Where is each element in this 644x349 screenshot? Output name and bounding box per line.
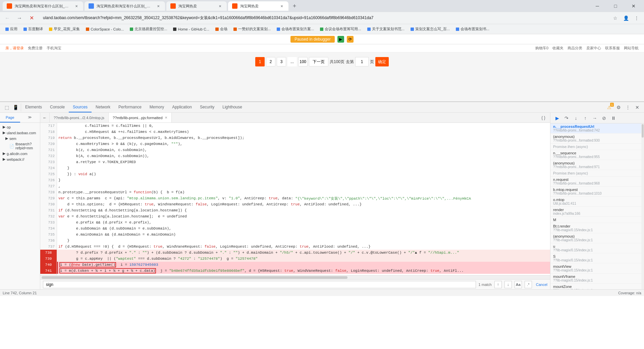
search-prev-button[interactable]: ↑ (494, 281, 502, 288)
maximize-button[interactable]: □ (608, 1, 623, 11)
bookmark-beijing[interactable]: 北京德易量控贸控... (127, 26, 170, 32)
call-stack-item-17[interactable]: mountZone ??lib-magix/0.15/index.js:1 (550, 284, 641, 289)
tree-item-op[interactable]: ▶ op (0, 124, 40, 130)
tab-close-2[interactable]: ✕ (156, 3, 161, 9)
step-out-button[interactable]: ↑ (581, 114, 589, 122)
pause-exceptions-button[interactable]: ⏸ (609, 114, 618, 122)
call-stack-item-15[interactable]: mountView ??lib-magix/0.15/index.js:1 (550, 263, 641, 273)
bookmark-huichang[interactable]: 会场 (213, 26, 230, 32)
tab-performance[interactable]: Performance (114, 102, 146, 112)
page-2-button[interactable]: 2 (266, 57, 275, 66)
bookmark-translate[interactable]: 百度翻译 (21, 26, 46, 32)
page-input[interactable] (355, 57, 369, 66)
tab-security[interactable]: Security (196, 102, 218, 112)
call-stack-item-9[interactable]: render index.js?a99a:166 (550, 207, 641, 217)
call-stack-item-10[interactable]: M (550, 217, 641, 223)
inspect-element-button[interactable]: ⬚ (3, 103, 11, 111)
forward-button[interactable]: → (15, 13, 24, 23)
bookmark-huichang2[interactable]: 会场布置策划方案... (274, 26, 317, 32)
regex-button[interactable]: .* (525, 281, 532, 288)
page-1-button[interactable]: 1 (255, 57, 265, 66)
bookmark-huichang3[interactable]: 会场布置策划书... (453, 26, 492, 32)
tree-item-sem[interactable]: ▶ sem (0, 136, 40, 141)
code-editor[interactable]: 717 718 719 720 721 722 723 724 725 726 … (40, 123, 550, 279)
search-input[interactable] (43, 281, 476, 288)
warning-icon[interactable]: ⚠ 1 (605, 103, 613, 111)
tab-memory[interactable]: Memory (146, 102, 168, 112)
call-stack-item-0[interactable]: n.__processRequestUrl ??mtb/lib-promi...… (550, 123, 641, 134)
call-stack-item-3[interactable]: n.__sequence ??mtb/lib-promi...formatted… (550, 150, 641, 160)
file-tab-close-2[interactable]: ✕ (165, 116, 167, 119)
tab-elements[interactable]: Elements (21, 102, 46, 112)
call-stack-item-12[interactable]: (anonymous) ??lib-magix/0.15/index.js:1 (550, 233, 641, 243)
call-stack-item-11[interactable]: Bt.t.render ??lib-magix/0.15/index.js:1 (550, 223, 641, 233)
next-page-button[interactable]: 下一页 (309, 57, 328, 66)
call-stack-item-8[interactable]: o.mtop Util.js:da31:411 (550, 197, 641, 207)
call-stack-item-4[interactable]: (anonymous) ??mtb/lib-promi...formatted:… (550, 160, 641, 170)
step-button[interactable]: → (591, 114, 599, 122)
tree-item-uland[interactable]: ▶ uland.taobao.com (0, 130, 40, 136)
new-tab-button[interactable]: + (290, 1, 299, 11)
tab-lighthouse[interactable]: Lighthouse (218, 102, 246, 112)
pause-resume-button[interactable]: ▶ (553, 114, 561, 122)
back-navigation-button[interactable]: ← (40, 113, 50, 123)
tree-item-tbsearch[interactable]: 📄 tbsearch?refpid=mm (0, 141, 40, 151)
device-mode-button[interactable]: 📱 (11, 103, 19, 111)
call-stack-item-6[interactable]: n.request ??mtb/lib-promi...formatted:96… (550, 177, 641, 187)
bookmark-colorspace[interactable]: ColorSpace - Colo... (83, 27, 126, 32)
call-stack-item-2[interactable]: Promise.then (async) (550, 144, 641, 150)
format-button[interactable]: { } (539, 114, 547, 122)
call-stack-item-7[interactable]: b.mtop.request ??mtb/lib-promi...formatt… (550, 187, 641, 197)
bookmark-apps[interactable]: 应用 (3, 26, 20, 32)
tree-item-galidu[interactable]: ▶ g.alicdn.com (0, 151, 40, 156)
tab-console[interactable]: Console (46, 102, 69, 112)
minimize-button[interactable]: ─ (590, 1, 605, 11)
bookmark-yizan[interactable]: 一赞好的文案策划... (231, 26, 273, 32)
bookmark-zaoan[interactable]: 早安_花剪_采集 (46, 26, 83, 32)
tab-close-3[interactable]: ✕ (217, 3, 223, 9)
mobile-link[interactable]: 手机淘宝 (47, 46, 61, 51)
file-tab-mtb2[interactable]: ??mtb/lib-promi...pjs:formatted ✕ (109, 113, 172, 122)
horizontal-scrollbar-thumb[interactable] (42, 276, 347, 279)
login-link[interactable]: 亲，请登录 (5, 46, 24, 51)
close-devtools-button[interactable]: ✕ (633, 103, 641, 111)
menu-icon[interactable]: ⋮ (632, 13, 641, 23)
bookmark-guanyu[interactable]: 关于文案策划书范... (365, 26, 407, 32)
tab-4[interactable]: 淘宝网热卖 ✕ (228, 1, 288, 11)
deactivate-breakpoints-button[interactable]: ⊘ (600, 114, 608, 122)
bookmark-cehua[interactable]: 策划文案怎么写_百... (408, 26, 452, 32)
step-over-button[interactable]: ⟳ (347, 36, 354, 43)
call-stack-item-1[interactable]: (anonymous) ??mtb/lib-promi...formatted:… (550, 134, 641, 144)
search-next-button[interactable]: ↓ (504, 281, 512, 288)
resume-button[interactable]: ▶ (337, 36, 344, 43)
bookmark-star-icon[interactable]: ☆ (610, 13, 620, 23)
bookmark-huiyi[interactable]: 会议会场布置筹写用... (317, 26, 364, 32)
page-tab[interactable]: Page (0, 113, 20, 122)
right-scrollbar-thumb[interactable] (642, 124, 644, 138)
profile-icon[interactable]: 👤 (621, 13, 631, 23)
tab-sources[interactable]: Sources (69, 102, 92, 112)
step-over-button-dbg[interactable]: ↷ (562, 114, 571, 122)
register-link[interactable]: 免费注册 (28, 46, 43, 51)
address-input[interactable] (39, 13, 608, 23)
call-stack-item-14[interactable]: S ??lib-magix/0.15/index.js:1 (550, 253, 641, 263)
tab-close-1[interactable]: ✕ (74, 3, 79, 9)
search-cancel-button[interactable]: Cancel (536, 283, 547, 287)
tab-close-4[interactable]: ✕ (279, 3, 284, 9)
filesystem-tab[interactable]: ≫ (20, 113, 40, 122)
step-into-button[interactable]: ↓ (572, 114, 580, 122)
tab-1[interactable]: 淘宝网热卖和淘宝有什么区别_百... ✕ (3, 1, 83, 11)
settings-icon[interactable]: ⚙ (614, 103, 623, 111)
tab-2[interactable]: 淘宝网热卖和淘宝有什么区别_百... ✕ (85, 1, 165, 11)
more-options-icon[interactable]: ⋮ (624, 103, 632, 111)
right-scrollbar[interactable] (641, 123, 644, 289)
back-button[interactable]: ← (3, 13, 12, 23)
horizontal-scrollbar[interactable] (40, 275, 550, 279)
close-button[interactable]: ✕ (626, 1, 641, 11)
match-case-button[interactable]: Aa (515, 281, 522, 288)
confirm-button[interactable]: 确定 (375, 57, 389, 66)
bookmark-github[interactable]: Home - GitHub C... (170, 27, 212, 32)
tree-item-webpack[interactable]: ▶ webpack:// (0, 156, 40, 162)
call-stack-item-16[interactable]: mountVframe ??lib-magix/0.15/index.js:1 (550, 273, 641, 284)
call-stack-item-5[interactable]: Promise.then (async) (550, 170, 641, 177)
